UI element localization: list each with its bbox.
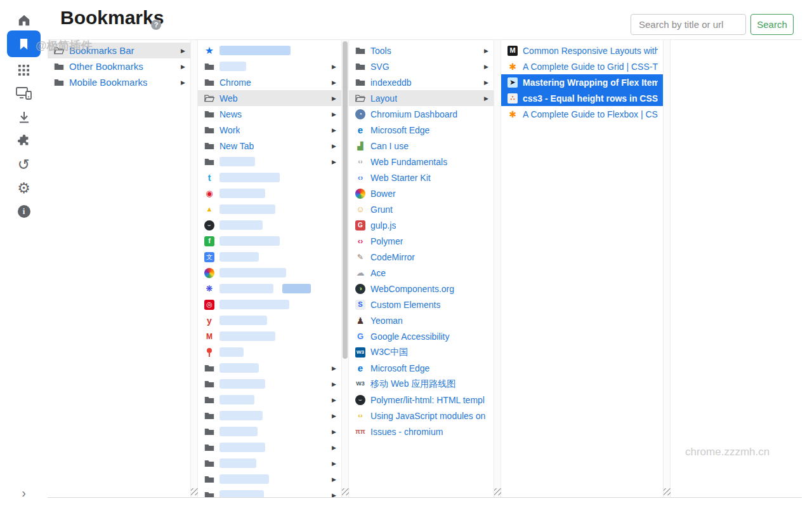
bookmark-row[interactable]: f [198, 233, 341, 249]
bookmark-row[interactable]: ✱A Complete Guide to Grid | CSS-T [501, 58, 663, 74]
bookmark-row[interactable]: ◎ [198, 297, 341, 312]
bookmark-row[interactable]: Bookmarks Bar▶ [48, 43, 190, 58]
bookmark-row[interactable]: ✎CodeMirror [349, 249, 494, 265]
bookmark-row[interactable]: W3W3C中国 [349, 344, 494, 360]
bookmark-row[interactable]: W3移动 Web 应用路线图 [349, 376, 494, 392]
bookmark-row[interactable]: ▶ [198, 376, 341, 392]
bookmark-row[interactable]: ▶ [198, 392, 341, 408]
bookmark-row[interactable]: ♟Yeoman [349, 312, 494, 328]
bookmark-row[interactable]: ◔Chromium Dashboard [349, 106, 494, 122]
bookmark-row[interactable]: 文 [198, 249, 341, 265]
bookmark-row[interactable]: ‹›Web Fundamentals [349, 154, 494, 170]
bookmark-row[interactable]: SVG▶ [349, 58, 494, 74]
bookmark-row[interactable]: ❋ [198, 281, 341, 297]
bookmark-row[interactable]: ▶ [198, 58, 341, 74]
bookmark-row[interactable] [198, 265, 341, 281]
bookmark-row[interactable]: ◑WebComponents.org [349, 281, 494, 297]
expand-arrow-icon: ▶ [332, 397, 336, 403]
download-icon[interactable] [0, 106, 48, 129]
bookmark-row[interactable]: Tools▶ [349, 43, 494, 58]
bookmark-row[interactable]: News▶ [198, 106, 341, 122]
ace-icon: ☁ [355, 268, 365, 278]
bookmark-row[interactable]: ➤Mastering Wrapping of Flex Items [501, 74, 663, 90]
bookmark-row[interactable]: indexeddb▶ [349, 74, 494, 90]
bookmark-row[interactable]: New Tab▶ [198, 138, 341, 154]
bookmark-row[interactable]: eMicrosoft Edge [349, 360, 494, 376]
webcomponents-icon: ◑ [355, 284, 365, 294]
bookmark-row[interactable]: ▶ [198, 439, 341, 455]
bookmark-row[interactable]: ▲ [198, 201, 341, 217]
bookmark-row[interactable]: Mobile Bookmarks▶ [48, 74, 190, 90]
collapse-chevron-icon[interactable]: › [0, 481, 48, 504]
resize-handle[interactable] [494, 488, 501, 495]
folder-icon [204, 125, 214, 135]
bookmark-row[interactable]: ◉ [198, 185, 341, 201]
devices-icon[interactable] [0, 82, 48, 105]
bookmark-row[interactable]: ▶ [198, 424, 341, 439]
bookmark-row[interactable]: SCustom Elements [349, 297, 494, 312]
bookmark-row[interactable]: MCommon Responsive Layouts with [501, 43, 663, 58]
search-input[interactable] [631, 14, 746, 35]
bookmark-row[interactable]: Layout▶ [349, 90, 494, 106]
expand-arrow-icon: ▶ [332, 429, 336, 435]
bookmark-row[interactable]: M [198, 328, 341, 344]
scrollbar-track[interactable] [190, 40, 198, 497]
bookmark-row[interactable]: ▶ [198, 154, 341, 170]
help-icon[interactable]: ? [151, 20, 161, 30]
blurred-label [219, 411, 263, 420]
resize-handle[interactable] [342, 488, 349, 495]
search-button[interactable]: Search [750, 14, 794, 35]
bookmark-label: Bower [370, 189, 396, 199]
translate-icon: 文 [204, 252, 214, 262]
bookmark-row[interactable]: ‹›Web Starter Kit [349, 170, 494, 185]
bookmark-row[interactable]: ✱A Complete Guide to Flexbox | CS [501, 106, 663, 122]
bookmark-row[interactable]: eMicrosoft Edge [349, 122, 494, 138]
bookmark-row[interactable]: ▶ [198, 471, 341, 487]
info-icon[interactable]: i [0, 200, 48, 223]
bookmark-row[interactable]: Chrome▶ [198, 74, 341, 90]
bookmark-row[interactable]: ☺Grunt [349, 201, 494, 217]
scrollbar-track[interactable] [341, 40, 349, 497]
bookmark-row[interactable]: t [198, 170, 341, 185]
bookmark-row[interactable]: ππIssues - chromium [349, 424, 494, 439]
bookmark-label: Chromium Dashboard [370, 109, 457, 119]
resize-handle[interactable] [191, 488, 198, 495]
bookmark-row[interactable]: ⌣Polymer/lit-html: HTML templ [349, 392, 494, 408]
bookmark-row[interactable]: Other Bookmarks▶ [48, 58, 190, 74]
extensions-puzzle-icon[interactable] [0, 130, 48, 152]
bookmark-row[interactable]: ▶ [198, 408, 341, 424]
scrollbar-track[interactable] [663, 40, 671, 497]
blurred-label [219, 443, 265, 452]
home-icon[interactable] [0, 9, 48, 32]
bookmark-row[interactable]: ‹›Using JavaScript modules on [349, 408, 494, 424]
bower-icon [355, 189, 365, 199]
folder-icon [204, 109, 214, 119]
bookmark-row[interactable]: ▶ [198, 487, 341, 497]
bookmark-row[interactable]: ▶ [198, 455, 341, 471]
scrollbar-thumb[interactable] [343, 41, 348, 359]
history-icon[interactable]: ↺ [0, 153, 48, 176]
expand-arrow-icon: ▶ [332, 365, 336, 371]
scrollbar-track[interactable] [494, 40, 501, 497]
bookmark-row[interactable] [198, 344, 341, 360]
bookmark-row[interactable]: ☁Ace [349, 265, 494, 281]
bookmark-row[interactable]: Ggulp.js [349, 217, 494, 233]
apps-grid-icon[interactable] [0, 58, 48, 81]
expand-arrow-icon: ▶ [332, 159, 336, 165]
settings-gear-icon[interactable]: ⚙ [0, 177, 48, 199]
bookmark-row[interactable]: ∴css3 - Equal height rows in CSS G [501, 90, 663, 106]
blurred-label [219, 300, 289, 309]
bookmark-row[interactable]: Web▶ [198, 90, 341, 106]
resize-handle[interactable] [664, 488, 671, 495]
bookmark-row[interactable]: ▶ [198, 360, 341, 376]
bookmark-row[interactable]: Work▶ [198, 122, 341, 138]
bookmark-row[interactable]: GGoogle Accessibility [349, 328, 494, 344]
bookmark-row[interactable]: ▟Can I use [349, 138, 494, 154]
bookmark-row[interactable]: ★ [198, 43, 341, 58]
bookmarks-icon[interactable] [7, 30, 41, 57]
bookmark-row[interactable]: ‹›Polymer [349, 233, 494, 249]
blurred-label [219, 157, 255, 166]
bookmark-row[interactable]: Bower [349, 185, 494, 201]
bookmark-row[interactable]: ⌣ [198, 217, 341, 233]
bookmark-row[interactable]: y [198, 312, 341, 328]
